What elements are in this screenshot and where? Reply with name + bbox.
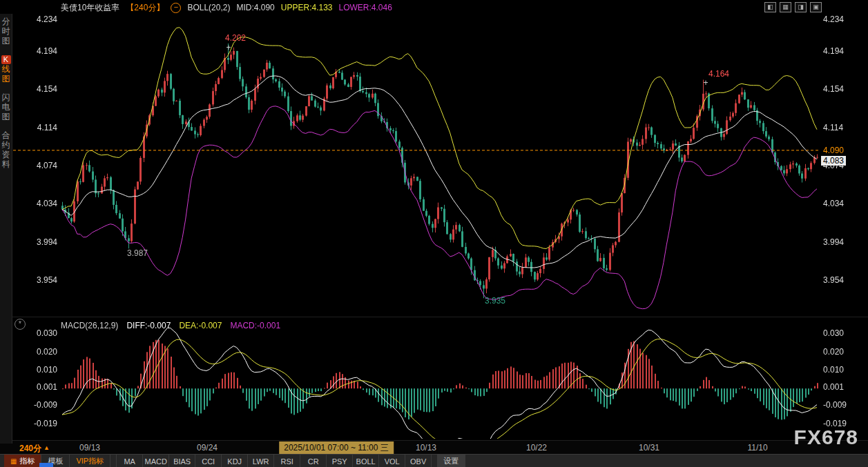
time-label: 10/31 bbox=[639, 443, 659, 453]
toolbar-tab-lwr[interactable]: LWR bbox=[248, 455, 274, 467]
layout-bottom-pane-icon[interactable]: ◨ bbox=[795, 2, 807, 12]
trading-app-window: 美债10年收益率 【240分】 − BOLL(20,2) MID:4.090 U… bbox=[0, 0, 868, 467]
left-sidebar: 分时图K线图闪电图合约资料 bbox=[0, 14, 12, 444]
chart-header: 美债10年收益率 【240分】 − BOLL(20,2) MID:4.090 U… bbox=[61, 1, 392, 14]
settings-button[interactable]: 设置 bbox=[437, 455, 465, 467]
price-line-tag: 4.090 bbox=[821, 146, 846, 155]
sidebar-item-char: 图 bbox=[2, 37, 10, 46]
price-tick: 4.114 bbox=[823, 123, 843, 132]
sidebar-item-2[interactable]: K线图 bbox=[1, 55, 11, 83]
indicator-button[interactable]: ▦ 指标 bbox=[4, 455, 41, 467]
toolbar-tab-obv[interactable]: OBV bbox=[405, 455, 432, 467]
vip-indicator-button[interactable]: VIP指标 bbox=[70, 455, 110, 467]
toolbar-tab-cr[interactable]: CR bbox=[300, 455, 327, 467]
macd-macd-value: MACD:-0.001 bbox=[230, 321, 280, 330]
price-tick: 4.234 bbox=[823, 14, 844, 24]
macd-header: MACD(26,12,9) DIFF:-0.007 DEA:-0.007 MAC… bbox=[61, 321, 280, 330]
toolbar-tab-rsi[interactable]: RSI bbox=[274, 455, 300, 467]
indicator-grid-icon: ▦ bbox=[10, 457, 17, 465]
collapse-indicator-icon[interactable]: − bbox=[171, 3, 181, 13]
price-tick: 3.994 bbox=[37, 237, 57, 247]
boll-label: BOLL(20,2) bbox=[187, 3, 230, 12]
boll-lower-value: LOWER:4.046 bbox=[339, 3, 392, 12]
toolbar-tab-macd[interactable]: MACD bbox=[143, 455, 169, 467]
toolbar-tab-vol[interactable]: VOL bbox=[379, 455, 405, 467]
boll-mid-value: MID:4.090 bbox=[236, 3, 274, 12]
time-axis: 240分 ▲ 09/1309/2410/1310/2210/3111/10 20… bbox=[0, 440, 868, 455]
macd-tick: -0.009 bbox=[34, 400, 57, 410]
period-tag: 【240分】 bbox=[126, 2, 164, 14]
time-label: 11/10 bbox=[747, 443, 767, 453]
last-price-tag: 4.083 bbox=[821, 156, 846, 166]
toolbar-tab-psy[interactable]: PSY bbox=[327, 455, 353, 467]
layout-left-pane-icon[interactable]: ◧ bbox=[764, 2, 776, 12]
sidebar-item-3[interactable]: 闪电图 bbox=[2, 93, 10, 121]
indicator-tabs: MAMACDBIASCCIKDJLWRRSICRPSYBOLLVOLOBV bbox=[116, 455, 432, 467]
toolbar-tab-ma[interactable]: MA bbox=[117, 455, 143, 467]
macd-tick: 0.020 bbox=[823, 347, 844, 357]
fx678-watermark: FX678 bbox=[794, 426, 858, 449]
sidebar-item-char: 资 bbox=[2, 150, 10, 159]
toolbar-tab-bias[interactable]: BIAS bbox=[169, 455, 195, 467]
macd-tick: 0.001 bbox=[37, 382, 57, 392]
sidebar-item-char: 图 bbox=[2, 74, 10, 83]
toolbar-tab-cci[interactable]: CCI bbox=[195, 455, 222, 467]
period-arrow-icon: ▲ bbox=[44, 443, 50, 455]
instrument-title: 美债10年收益率 bbox=[61, 2, 119, 14]
macd-diff-value: DIFF:-0.007 bbox=[126, 321, 171, 330]
time-label: 10/13 bbox=[416, 443, 436, 453]
macd-tick: 0.001 bbox=[823, 382, 844, 392]
macd-tick: 0.030 bbox=[823, 328, 844, 338]
price-tick: 3.954 bbox=[823, 275, 844, 285]
price-tick: 4.194 bbox=[37, 46, 57, 56]
time-label: 10/22 bbox=[526, 443, 547, 453]
time-highlight: 2025/10/01 07:00 ~ 11:00 三 bbox=[279, 441, 394, 454]
indicator-menu-icon[interactable]: * bbox=[15, 319, 26, 330]
sidebar-item-char: 约 bbox=[2, 141, 10, 150]
macd-tick: -0.019 bbox=[34, 419, 57, 428]
macd-tick: 0.020 bbox=[37, 347, 57, 357]
price-tick: 4.154 bbox=[823, 84, 844, 94]
bottom-toolbar: ▦ 指标 模板 VIP指标 MAMACDBIASCCIKDJLWRRSICRPS… bbox=[0, 454, 868, 467]
macd-tick: -0.009 bbox=[823, 400, 847, 410]
period-selector[interactable]: 240分 ▲ bbox=[19, 443, 50, 455]
sidebar-item-char: 时 bbox=[2, 27, 10, 36]
price-tick: 4.154 bbox=[37, 84, 57, 94]
sidebar-item-char: 图 bbox=[2, 112, 10, 121]
macd-dea-value: DEA:-0.007 bbox=[179, 321, 222, 330]
toolbar-tab-kdj[interactable]: KDJ bbox=[222, 455, 248, 467]
sidebar-item-1[interactable]: 分时图 bbox=[2, 17, 10, 46]
price-tick: 4.074 bbox=[37, 161, 57, 170]
sidebar-item-char: 分 bbox=[2, 17, 10, 26]
sidebar-item-4[interactable]: 合约资料 bbox=[2, 131, 10, 169]
price-tick: 4.114 bbox=[37, 123, 57, 132]
time-label: 09/13 bbox=[79, 443, 100, 453]
layout-grid-icon[interactable]: ▦ bbox=[780, 2, 791, 12]
price-tick: 4.234 bbox=[37, 14, 57, 24]
macd-tick: 0.030 bbox=[37, 328, 57, 338]
macd-tick: 0.010 bbox=[37, 365, 57, 375]
sidebar-item-char: 线 bbox=[2, 65, 10, 74]
layout-full-icon[interactable]: ▣ bbox=[810, 2, 822, 12]
panel-divider bbox=[12, 317, 868, 317]
macd-tick: 0.010 bbox=[823, 365, 844, 375]
sidebar-item-char: 合 bbox=[2, 131, 10, 140]
boll-upper-value: UPPER:4.133 bbox=[281, 3, 333, 12]
macd-title: MACD(26,12,9) bbox=[61, 321, 118, 330]
indicator-label: 指标 bbox=[19, 456, 35, 466]
taskbar-blue-strip bbox=[39, 463, 53, 467]
toolbar-tab-boll[interactable]: BOLL bbox=[353, 455, 379, 467]
sidebar-item-char: K bbox=[1, 55, 11, 64]
sidebar-item-char: 电 bbox=[2, 103, 10, 112]
price-tick: 4.194 bbox=[823, 46, 844, 56]
window-layout-icons: ◧▦◨▣ bbox=[764, 2, 822, 12]
period-label: 240分 bbox=[19, 443, 41, 455]
price-axis-right: 4.2344.1944.1544.1144.0744.0343.9943.954… bbox=[821, 0, 868, 455]
time-label: 09/24 bbox=[197, 443, 218, 453]
sidebar-item-char: 料 bbox=[2, 160, 10, 169]
price-chart-canvas[interactable] bbox=[0, 0, 868, 467]
price-tick: 4.034 bbox=[823, 199, 844, 208]
price-tick: 3.954 bbox=[37, 275, 57, 285]
price-tick: 3.994 bbox=[823, 237, 844, 247]
sidebar-item-char: 闪 bbox=[2, 93, 10, 102]
